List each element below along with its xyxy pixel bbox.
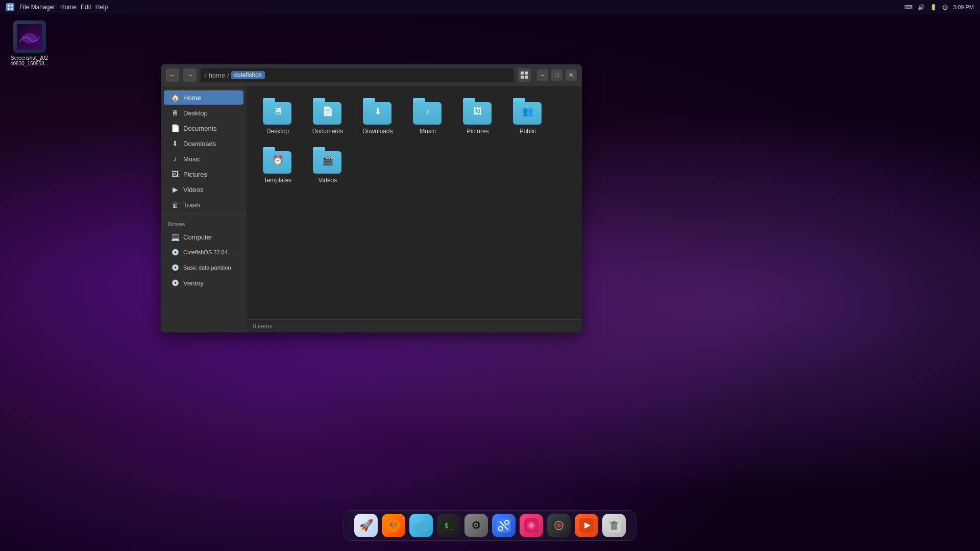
folder-templates-icon: ⏰	[263, 147, 292, 174]
path-home-segment[interactable]: home	[209, 71, 226, 79]
sidebar-item-cutefishos[interactable]: 💿 CutefishOS 22.04.0 20...	[164, 245, 243, 259]
maximize-button[interactable]: □	[551, 69, 562, 81]
folder-pictures[interactable]: 🖼 Pictures	[455, 94, 501, 139]
folder-inner-downloads-icon: ⬇	[374, 106, 382, 117]
menu-edit[interactable]: Edit	[81, 4, 91, 11]
svg-rect-29	[610, 522, 618, 523]
topbar: File Manager Home Edit Help ⌨ 🔊 🔋 ⏻ 3:09…	[0, 0, 980, 14]
view-toggle-button[interactable]	[518, 68, 531, 82]
sidebar-item-trash[interactable]: 🗑 Trash	[164, 198, 243, 212]
svg-rect-30	[612, 521, 616, 522]
minimize-button[interactable]: –	[537, 69, 548, 81]
sidebar-item-pictures[interactable]: 🖼 Pictures	[164, 167, 243, 181]
topbar-left: File Manager Home Edit Help	[6, 3, 108, 11]
sidebar-item-documents[interactable]: 📄 Documents	[164, 121, 243, 135]
menu-help[interactable]: Help	[95, 4, 108, 11]
drives-section-label: Drives	[161, 217, 247, 229]
sidebar-item-ventoy[interactable]: 💿 Ventoy	[164, 276, 243, 290]
music-icon: ♪	[171, 155, 179, 163]
folder-inner-public-icon: 👥	[522, 106, 533, 117]
sidebar-item-desktop[interactable]: 🖥 Desktop	[164, 106, 243, 120]
back-button[interactable]: ←	[166, 68, 179, 82]
sidebar-home-label: Home	[183, 94, 201, 102]
folder-desktop-label: Desktop	[266, 128, 289, 135]
taskbar-screen-recorder[interactable]	[547, 514, 571, 537]
folder-public-icon: 👥	[513, 98, 543, 125]
menu-file[interactable]: Home	[60, 4, 77, 11]
folder-inner-documents-icon: 📄	[322, 106, 333, 117]
folder-templates-label: Templates	[264, 177, 292, 184]
sidebar-item-home[interactable]: 🏠 Home	[164, 90, 243, 105]
folder-videos[interactable]: 🎬 Videos	[305, 143, 351, 188]
svg-rect-3	[11, 8, 13, 10]
folder-public-label: Public	[520, 128, 536, 135]
taskbar-trash[interactable]	[602, 514, 626, 537]
folder-pictures-icon: 🖼	[463, 98, 493, 125]
downloads-icon: ⬇	[171, 139, 179, 148]
path-bar[interactable]: / home / cutefishos	[201, 68, 513, 82]
folder-inner-templates-icon: ⏰	[272, 155, 283, 166]
taskbar-media-player[interactable]	[575, 514, 598, 537]
folder-music-label: Music	[420, 128, 435, 135]
folder-templates[interactable]: ⏰ Templates	[255, 143, 301, 188]
svg-rect-9	[525, 76, 528, 79]
taskbar-launcher[interactable]: 🚀	[354, 514, 378, 537]
sidebar-videos-label: Videos	[183, 186, 204, 194]
folder-downloads[interactable]: ⬇ Downloads	[355, 94, 401, 139]
keyboard-icon: ⌨	[904, 4, 913, 11]
svg-rect-0	[8, 5, 10, 7]
folder-videos-icon: 🎬	[313, 147, 342, 174]
sidebar-basic-data-label: Basic data partition	[183, 265, 231, 271]
svg-rect-7	[525, 71, 528, 75]
home-icon: 🏠	[171, 93, 179, 102]
svg-rect-2	[8, 8, 10, 10]
sidebar-downloads-label: Downloads	[183, 140, 216, 148]
sidebar-item-videos[interactable]: ▶ Videos	[164, 182, 243, 197]
path-mid-separator: /	[227, 71, 229, 79]
close-button[interactable]: ✕	[566, 69, 577, 81]
battery-icon: 🔋	[930, 4, 937, 11]
folder-desktop[interactable]: 🖥 Desktop	[255, 94, 301, 139]
folder-documents-label: Documents	[312, 128, 344, 135]
desktop-icon-sidebar: 🖥	[171, 109, 179, 117]
folder-inner-desktop-icon: 🖥	[273, 106, 282, 117]
sidebar: 🏠 Home 🖥 Desktop 📄 Documents ⬇ Downloads…	[161, 86, 247, 332]
app-icon	[6, 3, 14, 11]
documents-icon: 📄	[171, 124, 179, 132]
svg-rect-8	[521, 76, 524, 79]
clock: 3:09 PM	[953, 4, 974, 10]
sidebar-music-label: Music	[183, 155, 201, 163]
folder-documents[interactable]: 📄 Documents	[305, 94, 351, 139]
sidebar-item-music[interactable]: ♪ Music	[164, 152, 243, 166]
trash-icon-sidebar: 🗑	[171, 201, 179, 209]
taskbar-firefox[interactable]	[382, 514, 405, 537]
folder-music[interactable]: ♪ Music	[405, 94, 451, 139]
taskbar-file-manager[interactable]	[409, 514, 433, 537]
svg-rect-6	[521, 71, 524, 75]
folder-grid: 🖥 Desktop 📄 Documents	[247, 86, 582, 319]
topbar-app-name: File Manager	[19, 4, 55, 11]
folder-inner-music-icon: ♪	[426, 106, 430, 117]
taskbar-ksnip[interactable]	[492, 514, 516, 537]
sidebar-documents-label: Documents	[183, 125, 217, 132]
sidebar-trash-label: Trash	[183, 201, 200, 209]
sidebar-item-computer[interactable]: 💻 Computer	[164, 230, 243, 244]
ventoy-icon: 💿	[171, 279, 179, 287]
sidebar-pictures-label: Pictures	[183, 171, 207, 178]
taskbar-terminal[interactable]: $_	[437, 514, 460, 537]
taskbar-settings[interactable]: ⚙	[464, 514, 488, 537]
desktop-screenshot-icon[interactable]: Screenshot_202 40830_150858...	[10, 20, 48, 66]
path-user-segment[interactable]: cutefishos	[231, 71, 265, 79]
desktop-icon-thumbnail	[13, 20, 46, 53]
folder-pictures-label: Pictures	[467, 128, 488, 135]
svg-rect-1	[11, 5, 13, 7]
sidebar-item-downloads[interactable]: ⬇ Downloads	[164, 136, 243, 151]
window-controls: – □ ✕	[537, 69, 577, 81]
folder-public[interactable]: 👥 Public	[505, 94, 551, 139]
statusbar: 8 items	[247, 319, 582, 332]
taskbar-rosa[interactable]	[520, 514, 543, 537]
videos-icon: ▶	[171, 185, 179, 194]
sidebar-item-basic-data[interactable]: 💿 Basic data partition	[164, 260, 243, 275]
main-content: 🖥 Desktop 📄 Documents	[247, 86, 582, 332]
forward-button[interactable]: →	[183, 68, 197, 82]
